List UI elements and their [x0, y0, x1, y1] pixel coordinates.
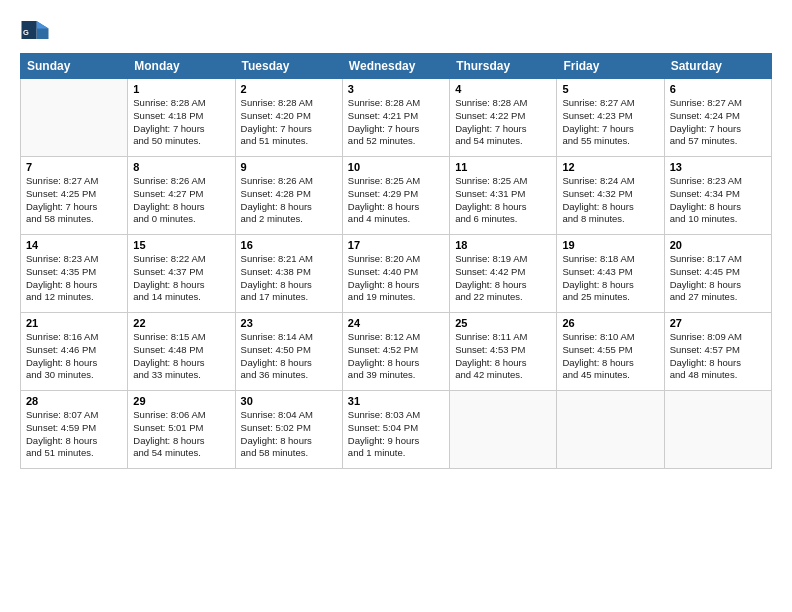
calendar-cell: 30Sunrise: 8:04 AMSunset: 5:02 PMDayligh… — [235, 391, 342, 469]
day-number: 30 — [241, 395, 337, 407]
day-number: 28 — [26, 395, 122, 407]
day-number: 3 — [348, 83, 444, 95]
day-number: 13 — [670, 161, 766, 173]
calendar-cell: 16Sunrise: 8:21 AMSunset: 4:38 PMDayligh… — [235, 235, 342, 313]
logo: G — [20, 15, 54, 45]
day-info: Sunrise: 8:28 AMSunset: 4:18 PMDaylight:… — [133, 97, 229, 148]
day-info: Sunrise: 8:25 AMSunset: 4:31 PMDaylight:… — [455, 175, 551, 226]
day-info: Sunrise: 8:07 AMSunset: 4:59 PMDaylight:… — [26, 409, 122, 460]
weekday-monday: Monday — [128, 54, 235, 79]
day-info: Sunrise: 8:28 AMSunset: 4:22 PMDaylight:… — [455, 97, 551, 148]
day-info: Sunrise: 8:27 AMSunset: 4:24 PMDaylight:… — [670, 97, 766, 148]
week-row-5: 28Sunrise: 8:07 AMSunset: 4:59 PMDayligh… — [21, 391, 772, 469]
day-info: Sunrise: 8:28 AMSunset: 4:20 PMDaylight:… — [241, 97, 337, 148]
day-info: Sunrise: 8:03 AMSunset: 5:04 PMDaylight:… — [348, 409, 444, 460]
calendar-cell: 22Sunrise: 8:15 AMSunset: 4:48 PMDayligh… — [128, 313, 235, 391]
day-number: 21 — [26, 317, 122, 329]
weekday-tuesday: Tuesday — [235, 54, 342, 79]
calendar-cell: 17Sunrise: 8:20 AMSunset: 4:40 PMDayligh… — [342, 235, 449, 313]
day-number: 11 — [455, 161, 551, 173]
week-row-4: 21Sunrise: 8:16 AMSunset: 4:46 PMDayligh… — [21, 313, 772, 391]
calendar-cell: 29Sunrise: 8:06 AMSunset: 5:01 PMDayligh… — [128, 391, 235, 469]
day-number: 24 — [348, 317, 444, 329]
calendar-cell: 25Sunrise: 8:11 AMSunset: 4:53 PMDayligh… — [450, 313, 557, 391]
calendar-cell: 21Sunrise: 8:16 AMSunset: 4:46 PMDayligh… — [21, 313, 128, 391]
day-info: Sunrise: 8:26 AMSunset: 4:28 PMDaylight:… — [241, 175, 337, 226]
weekday-sunday: Sunday — [21, 54, 128, 79]
svg-text:G: G — [23, 28, 29, 37]
day-number: 16 — [241, 239, 337, 251]
calendar-cell — [21, 79, 128, 157]
page: G SundayMondayTuesdayWednesdayThursdayFr… — [0, 0, 792, 612]
day-info: Sunrise: 8:28 AMSunset: 4:21 PMDaylight:… — [348, 97, 444, 148]
calendar-cell: 12Sunrise: 8:24 AMSunset: 4:32 PMDayligh… — [557, 157, 664, 235]
day-info: Sunrise: 8:27 AMSunset: 4:25 PMDaylight:… — [26, 175, 122, 226]
calendar-cell: 5Sunrise: 8:27 AMSunset: 4:23 PMDaylight… — [557, 79, 664, 157]
day-number: 5 — [562, 83, 658, 95]
day-number: 31 — [348, 395, 444, 407]
day-info: Sunrise: 8:23 AMSunset: 4:34 PMDaylight:… — [670, 175, 766, 226]
day-info: Sunrise: 8:10 AMSunset: 4:55 PMDaylight:… — [562, 331, 658, 382]
day-info: Sunrise: 8:09 AMSunset: 4:57 PMDaylight:… — [670, 331, 766, 382]
calendar-cell: 10Sunrise: 8:25 AMSunset: 4:29 PMDayligh… — [342, 157, 449, 235]
calendar-cell: 9Sunrise: 8:26 AMSunset: 4:28 PMDaylight… — [235, 157, 342, 235]
weekday-friday: Friday — [557, 54, 664, 79]
calendar-cell: 11Sunrise: 8:25 AMSunset: 4:31 PMDayligh… — [450, 157, 557, 235]
calendar-cell: 27Sunrise: 8:09 AMSunset: 4:57 PMDayligh… — [664, 313, 771, 391]
day-number: 12 — [562, 161, 658, 173]
weekday-wednesday: Wednesday — [342, 54, 449, 79]
calendar-cell: 7Sunrise: 8:27 AMSunset: 4:25 PMDaylight… — [21, 157, 128, 235]
day-info: Sunrise: 8:04 AMSunset: 5:02 PMDaylight:… — [241, 409, 337, 460]
day-info: Sunrise: 8:18 AMSunset: 4:43 PMDaylight:… — [562, 253, 658, 304]
day-number: 18 — [455, 239, 551, 251]
day-number: 26 — [562, 317, 658, 329]
day-info: Sunrise: 8:22 AMSunset: 4:37 PMDaylight:… — [133, 253, 229, 304]
day-number: 20 — [670, 239, 766, 251]
day-info: Sunrise: 8:20 AMSunset: 4:40 PMDaylight:… — [348, 253, 444, 304]
day-info: Sunrise: 8:11 AMSunset: 4:53 PMDaylight:… — [455, 331, 551, 382]
day-number: 15 — [133, 239, 229, 251]
day-number: 14 — [26, 239, 122, 251]
day-number: 27 — [670, 317, 766, 329]
day-info: Sunrise: 8:15 AMSunset: 4:48 PMDaylight:… — [133, 331, 229, 382]
day-number: 7 — [26, 161, 122, 173]
calendar-cell: 4Sunrise: 8:28 AMSunset: 4:22 PMDaylight… — [450, 79, 557, 157]
calendar-cell: 19Sunrise: 8:18 AMSunset: 4:43 PMDayligh… — [557, 235, 664, 313]
calendar-cell: 13Sunrise: 8:23 AMSunset: 4:34 PMDayligh… — [664, 157, 771, 235]
calendar-cell: 3Sunrise: 8:28 AMSunset: 4:21 PMDaylight… — [342, 79, 449, 157]
calendar-cell: 23Sunrise: 8:14 AMSunset: 4:50 PMDayligh… — [235, 313, 342, 391]
calendar-cell: 14Sunrise: 8:23 AMSunset: 4:35 PMDayligh… — [21, 235, 128, 313]
day-info: Sunrise: 8:25 AMSunset: 4:29 PMDaylight:… — [348, 175, 444, 226]
day-number: 1 — [133, 83, 229, 95]
calendar-table: SundayMondayTuesdayWednesdayThursdayFrid… — [20, 53, 772, 469]
day-number: 6 — [670, 83, 766, 95]
day-number: 8 — [133, 161, 229, 173]
day-number: 10 — [348, 161, 444, 173]
day-number: 23 — [241, 317, 337, 329]
day-info: Sunrise: 8:06 AMSunset: 5:01 PMDaylight:… — [133, 409, 229, 460]
calendar-cell: 20Sunrise: 8:17 AMSunset: 4:45 PMDayligh… — [664, 235, 771, 313]
calendar-cell: 2Sunrise: 8:28 AMSunset: 4:20 PMDaylight… — [235, 79, 342, 157]
calendar-cell: 8Sunrise: 8:26 AMSunset: 4:27 PMDaylight… — [128, 157, 235, 235]
day-number: 9 — [241, 161, 337, 173]
calendar-cell: 28Sunrise: 8:07 AMSunset: 4:59 PMDayligh… — [21, 391, 128, 469]
day-number: 29 — [133, 395, 229, 407]
day-info: Sunrise: 8:14 AMSunset: 4:50 PMDaylight:… — [241, 331, 337, 382]
calendar-cell: 26Sunrise: 8:10 AMSunset: 4:55 PMDayligh… — [557, 313, 664, 391]
day-info: Sunrise: 8:16 AMSunset: 4:46 PMDaylight:… — [26, 331, 122, 382]
calendar-cell: 24Sunrise: 8:12 AMSunset: 4:52 PMDayligh… — [342, 313, 449, 391]
weekday-header-row: SundayMondayTuesdayWednesdayThursdayFrid… — [21, 54, 772, 79]
calendar-cell: 15Sunrise: 8:22 AMSunset: 4:37 PMDayligh… — [128, 235, 235, 313]
day-info: Sunrise: 8:21 AMSunset: 4:38 PMDaylight:… — [241, 253, 337, 304]
day-number: 2 — [241, 83, 337, 95]
day-number: 22 — [133, 317, 229, 329]
week-row-3: 14Sunrise: 8:23 AMSunset: 4:35 PMDayligh… — [21, 235, 772, 313]
week-row-2: 7Sunrise: 8:27 AMSunset: 4:25 PMDaylight… — [21, 157, 772, 235]
day-number: 19 — [562, 239, 658, 251]
header: G — [20, 15, 772, 45]
calendar-cell: 1Sunrise: 8:28 AMSunset: 4:18 PMDaylight… — [128, 79, 235, 157]
calendar-cell — [557, 391, 664, 469]
day-info: Sunrise: 8:23 AMSunset: 4:35 PMDaylight:… — [26, 253, 122, 304]
logo-icon: G — [20, 15, 50, 45]
day-number: 17 — [348, 239, 444, 251]
